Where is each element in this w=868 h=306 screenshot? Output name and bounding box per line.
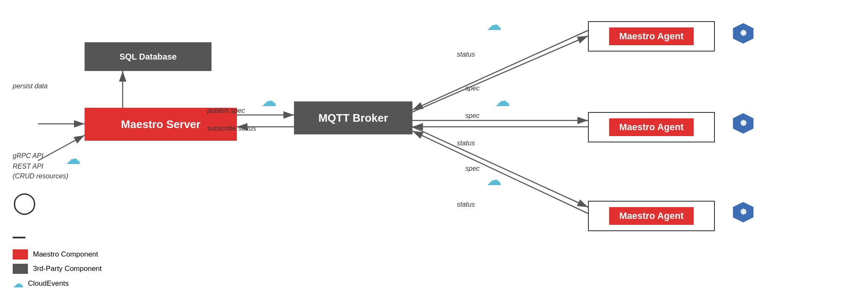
legend-maestro: Maestro Component (13, 249, 102, 260)
label-subscribe-status: subscribe status (207, 125, 256, 132)
cloud-icon-mqtt: ☁ (261, 92, 277, 110)
label-spec1: spec (465, 85, 480, 92)
legend: Maestro Component 3rd-Party Component ☁ … (13, 249, 102, 293)
agent1-box: Maestro Agent (588, 21, 715, 52)
label-grpc-api: gRPC API (13, 152, 43, 160)
user-icon: ◯⎯ (13, 190, 36, 239)
cloud-icon-agent3: ☁ (486, 171, 502, 189)
label-status2: status (457, 139, 475, 147)
sql-database-label: SQL Database (119, 52, 176, 62)
legend-swatch-red (13, 249, 28, 260)
legend-maestro-label: Maestro Component (33, 250, 98, 259)
label-spec2: spec (465, 112, 480, 120)
k8s-icon-1: ⎈ (732, 22, 755, 45)
legend-cloudevents-label: CloudEvents (28, 279, 69, 288)
cloud-icon-grpc: ☁ (66, 150, 81, 168)
agent2-label: Maestro Agent (609, 118, 694, 136)
label-spec3: spec (465, 165, 480, 172)
legend-third-party-label: 3rd-Party Component (33, 265, 102, 273)
cloud-icon-agent2: ☁ (495, 92, 510, 110)
agent2-box: Maestro Agent (588, 112, 715, 142)
svg-text:⎈: ⎈ (740, 117, 747, 128)
svg-text:⎈: ⎈ (740, 205, 747, 217)
label-crud-resources: (CRUD resources) (13, 172, 69, 180)
label-status3: status (457, 201, 475, 208)
mqtt-broker-label: MQTT Broker (319, 112, 388, 125)
mqtt-broker-box: MQTT Broker (294, 101, 412, 134)
svg-line-16 (412, 127, 588, 207)
cloud-icon-agent1: ☁ (486, 16, 502, 34)
agent3-box: Maestro Agent (588, 201, 715, 231)
svg-text:⎈: ⎈ (740, 27, 747, 38)
label-status1: status (457, 51, 475, 58)
agent3-label: Maestro Agent (609, 207, 694, 225)
legend-cloud-icon: ☁ (13, 278, 24, 289)
label-persist-data: persist data (13, 82, 48, 90)
legend-third-party: 3rd-Party Component (13, 264, 102, 274)
maestro-server-label: Maestro Server (121, 118, 201, 131)
legend-swatch-gray (13, 264, 28, 274)
k8s-icon-2: ⎈ (732, 112, 755, 135)
k8s-icon-3: ⎈ (732, 201, 755, 224)
label-publish-spec: publish spec (207, 107, 245, 115)
sql-database-box: SQL Database (85, 42, 212, 71)
label-rest-api: REST API (13, 163, 43, 170)
architecture-diagram: SQL Database Maestro Server MQTT Broker … (0, 0, 868, 306)
legend-cloudevents: ☁ CloudEvents (13, 278, 102, 289)
agent1-label: Maestro Agent (609, 27, 694, 45)
